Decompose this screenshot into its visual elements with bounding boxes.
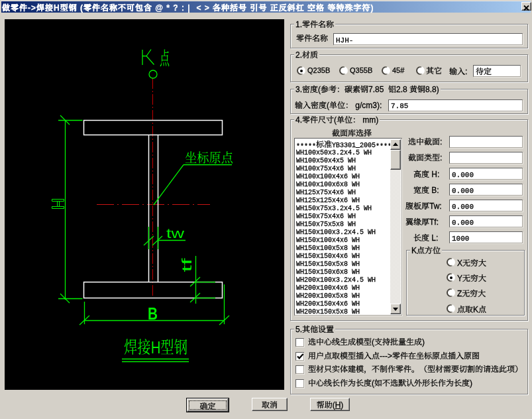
svg-text:tf: tf	[180, 258, 194, 272]
svg-text:tw: tw	[166, 225, 185, 241]
svg-text:B: B	[148, 304, 158, 324]
svg-text:坐标原点: 坐标原点	[185, 147, 234, 166]
svg-text:焊接H型钢: 焊接H型钢	[124, 333, 187, 358]
svg-text:点: 点	[160, 44, 170, 70]
